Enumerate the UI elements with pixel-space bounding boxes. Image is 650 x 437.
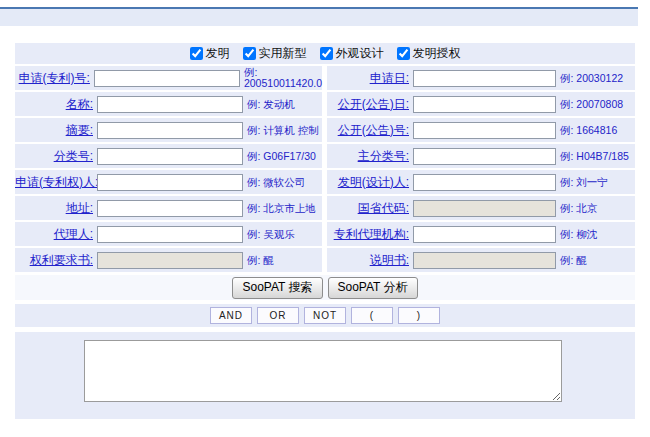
country-province-code-input (413, 200, 556, 217)
field-label: 申请(专利)号: (15, 70, 94, 87)
filter-invention[interactable]: 发明 (190, 45, 230, 62)
description-input (413, 252, 556, 269)
form-row-classification: 分类号: 例: G06F17/30 主分类号: 例: H04B7/185 (15, 144, 635, 168)
operator-button-row: AND OR NOT ( ) (15, 304, 635, 327)
form-row-application-number: 申请(专利)号: 例: 200510011420.0 申请日: 例: 20030… (15, 66, 635, 90)
form-row-title: 名称: 例: 发动机 公开(公告)日: 例: 20070808 (15, 92, 635, 116)
address-link[interactable]: 地址: (66, 201, 93, 215)
design-label: 外观设计 (336, 45, 384, 62)
applicant-link[interactable]: 申请(专利权)人: (15, 175, 98, 189)
form-row-agent: 代理人: 例: 吴观乐 专利代理机构: 例: 柳沈 (15, 222, 635, 246)
publication-number-link[interactable]: 公开(公告)号: (338, 123, 409, 137)
application-date-link[interactable]: 申请日: (370, 71, 409, 85)
agent-link[interactable]: 代理人: (54, 227, 93, 241)
field-classification: 分类号: 例: G06F17/30 (15, 144, 322, 168)
utility-model-label: 实用新型 (259, 45, 307, 62)
field-label: 公开(公告)日: (327, 96, 413, 113)
field-publication-number: 公开(公告)号: 例: 1664816 (327, 118, 635, 142)
field-publication-date: 公开(公告)日: 例: 20070808 (327, 92, 635, 116)
application-date-input[interactable] (413, 70, 556, 87)
form-row-claims: 权利要求书: 例: 醌 说明书: 例: 醌 (15, 248, 635, 272)
field-main-classification: 主分类号: 例: H04B7/185 (327, 144, 635, 168)
invention-checkbox[interactable] (190, 47, 203, 60)
patent-type-filter-bar: 发明 实用新型 外观设计 发明授权 (15, 43, 635, 64)
classification-input[interactable] (97, 148, 243, 165)
agency-input[interactable] (413, 226, 556, 243)
publication-number-input[interactable] (413, 122, 556, 139)
classification-link[interactable]: 分类号: (54, 149, 93, 163)
field-agency: 专利代理机构: 例: 柳沈 (327, 222, 635, 246)
example-text: 例: 吴观乐 (243, 229, 322, 240)
country-province-code-link[interactable]: 国省代码: (358, 201, 409, 215)
field-label: 说明书: (327, 252, 413, 269)
operator-not-button[interactable]: NOT (304, 307, 346, 324)
example-text: 例: 计算机 控制 (243, 125, 322, 136)
field-label: 公开(公告)号: (327, 122, 413, 139)
example-text: 例: 醌 (556, 255, 635, 266)
inventor-input[interactable] (413, 174, 556, 191)
form-row-address: 地址: 例: 北京市上地 国省代码: 例: 北京 (15, 196, 635, 220)
invention-grant-label: 发明授权 (413, 45, 461, 62)
field-label: 主分类号: (327, 148, 413, 165)
patent-search-page: 发明 实用新型 外观设计 发明授权 申请(专利)号: 例: 2005100114… (0, 0, 650, 437)
header-band (0, 9, 638, 26)
query-expression-textarea[interactable] (84, 340, 562, 402)
field-label: 专利代理机构: (327, 226, 413, 243)
claims-link[interactable]: 权利要求书: (30, 253, 93, 267)
application-number-link[interactable]: 申请(专利)号: (19, 71, 90, 85)
operator-open-paren-button[interactable]: ( (351, 307, 393, 324)
field-claims: 权利要求书: 例: 醌 (15, 248, 322, 272)
main-classification-link[interactable]: 主分类号: (358, 149, 409, 163)
title-input[interactable] (97, 96, 243, 113)
example-text: 例: 20070808 (556, 99, 635, 110)
field-label: 代理人: (15, 226, 97, 243)
address-input[interactable] (97, 200, 243, 217)
field-abstract: 摘要: 例: 计算机 控制 (15, 118, 322, 142)
soopat-search-button[interactable]: SooPAT 搜索 (232, 277, 322, 299)
field-agent: 代理人: 例: 吴观乐 (15, 222, 322, 246)
description-link[interactable]: 说明书: (370, 253, 409, 267)
publication-date-input[interactable] (413, 96, 556, 113)
field-address: 地址: 例: 北京市上地 (15, 196, 322, 220)
filter-utility-model[interactable]: 实用新型 (243, 45, 307, 62)
field-title: 名称: 例: 发动机 (15, 92, 322, 116)
example-text: 例: 微软公司 (243, 177, 322, 188)
example-text: 例: 醌 (243, 255, 322, 266)
main-classification-input[interactable] (413, 148, 556, 165)
example-text: 例: 刘一宁 (556, 177, 635, 188)
applicant-input[interactable] (97, 174, 243, 191)
filter-design[interactable]: 外观设计 (320, 45, 384, 62)
example-text: 例: 发动机 (243, 99, 322, 110)
design-checkbox[interactable] (320, 47, 333, 60)
abstract-link[interactable]: 摘要: (66, 123, 93, 137)
agency-link[interactable]: 专利代理机构: (334, 227, 409, 241)
example-text: 例: 北京 (556, 203, 635, 214)
field-label: 国省代码: (327, 200, 413, 217)
form-row-applicant: 申请(专利权)人: 例: 微软公司 发明(设计)人: 例: 刘一宁 (15, 170, 635, 194)
utility-model-checkbox[interactable] (243, 47, 256, 60)
operator-and-button[interactable]: AND (210, 307, 252, 324)
claims-input (97, 252, 243, 269)
title-link[interactable]: 名称: (66, 97, 93, 111)
abstract-input[interactable] (97, 122, 243, 139)
field-label: 地址: (15, 200, 97, 217)
operator-or-button[interactable]: OR (257, 307, 299, 324)
field-label: 发明(设计)人: (327, 174, 413, 191)
invention-grant-checkbox[interactable] (397, 47, 410, 60)
application-number-input[interactable] (94, 70, 240, 87)
field-description: 说明书: 例: 醌 (327, 248, 635, 272)
example-text: 例: G06F17/30 (243, 151, 322, 162)
example-text: 例: 柳沈 (556, 229, 635, 240)
example-text: 例: H04B7/185 (556, 151, 635, 162)
soopat-analyze-button[interactable]: SooPAT 分析 (328, 277, 418, 299)
example-text: 例: 北京市上地 (243, 203, 322, 214)
operator-close-paren-button[interactable]: ) (398, 307, 440, 324)
example-text: 例: 200510011420.0 (240, 67, 322, 89)
filter-invention-grant[interactable]: 发明授权 (397, 45, 461, 62)
field-label: 权利要求书: (15, 252, 97, 269)
inventor-link[interactable]: 发明(设计)人: (338, 175, 409, 189)
example-text: 例: 1664816 (556, 125, 635, 136)
agent-input[interactable] (97, 226, 243, 243)
publication-date-link[interactable]: 公开(公告)日: (338, 97, 409, 111)
invention-label: 发明 (206, 45, 230, 62)
